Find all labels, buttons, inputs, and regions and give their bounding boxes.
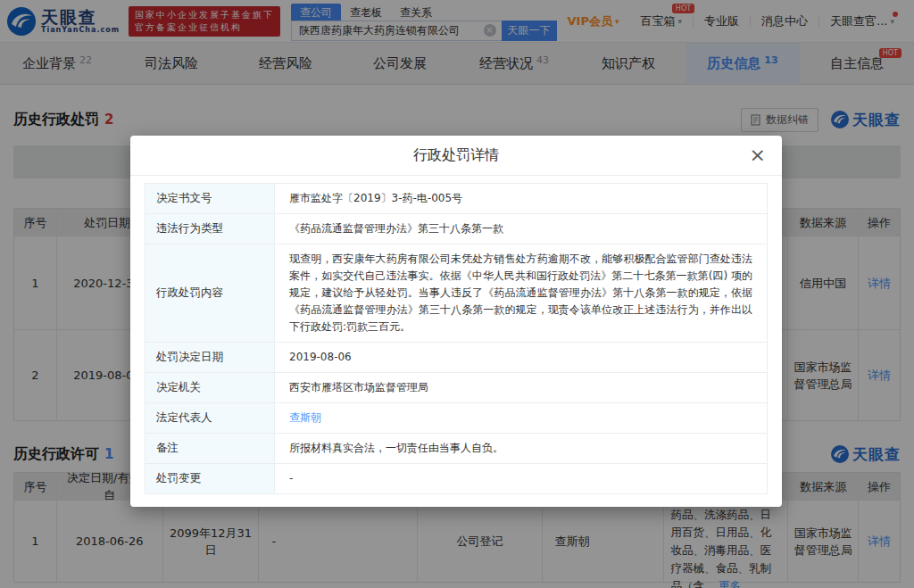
close-icon[interactable]: × [750, 143, 766, 168]
detail-value: 西安市雁塔区市场监督管理局 [275, 373, 767, 402]
detail-row-doc-no: 决定书文号 雁市监处字〔2019〕3-药-电-005号 [145, 184, 767, 213]
detail-value: 所报材料真实合法，一切责任由当事人自负。 [275, 434, 767, 463]
modal-body: 决定书文号 雁市监处字〔2019〕3-药-电-005号 违法行为类型 《药品流通… [130, 176, 782, 507]
detail-label: 决定机关 [145, 373, 275, 402]
detail-label: 行政处罚内容 [145, 244, 275, 342]
modal-header: 行政处罚详情 × [130, 136, 782, 176]
detail-label: 违法行为类型 [145, 214, 275, 244]
detail-value: 雁市监处字〔2019〕3-药-电-005号 [275, 184, 767, 213]
detail-value: 《药品流通监督管理办法》第三十八条第一款 [275, 214, 767, 244]
detail-row-decision-authority: 决定机关 西安市雁塔区市场监督管理局 [145, 372, 767, 402]
detail-label: 法定代表人 [145, 403, 275, 433]
detail-row-penalty-change: 处罚变更 - [145, 463, 767, 493]
detail-label: 决定书文号 [145, 184, 275, 213]
modal-title: 行政处罚详情 [413, 146, 499, 165]
penalty-detail-modal: 行政处罚详情 × 决定书文号 雁市监处字〔2019〕3-药-电-005号 违法行… [130, 136, 782, 507]
detail-row-violation-type: 违法行为类型 《药品流通监督管理办法》第三十八条第一款 [145, 213, 767, 244]
detail-value: 查斯朝 [275, 403, 767, 433]
detail-label: 备注 [145, 434, 275, 463]
detail-value: 现查明，西安康年大药房有限公司未凭处方销售处方药逾期不改，能够积极配合监管部门查… [275, 244, 767, 342]
legal-representative-link[interactable]: 查斯朝 [289, 411, 321, 424]
detail-value: 2019-08-06 [275, 343, 767, 372]
detail-row-penalty-content: 行政处罚内容 现查明，西安康年大药房有限公司未凭处方销售处方药逾期不改，能够积极… [145, 244, 767, 342]
penalty-detail-table: 决定书文号 雁市监处字〔2019〕3-药-电-005号 违法行为类型 《药品流通… [145, 183, 768, 494]
detail-row-legal-representative: 法定代表人 查斯朝 [145, 402, 767, 433]
detail-label: 处罚变更 [145, 464, 275, 493]
page: 天眼查 TianYanCha.com 国家中小企业发展子基金旗下 官方备案企业征… [0, 0, 914, 588]
detail-row-remark: 备注 所报材料真实合法，一切责任由当事人自负。 [145, 433, 767, 463]
detail-label: 处罚决定日期 [145, 343, 275, 372]
detail-row-decision-date: 处罚决定日期 2019-08-06 [145, 342, 767, 372]
detail-value: - [275, 464, 767, 493]
